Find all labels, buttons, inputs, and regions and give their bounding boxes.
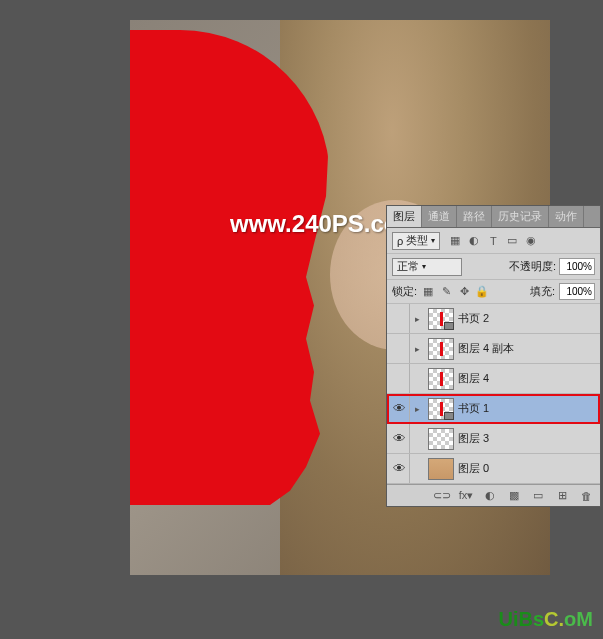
layer-name: 图层 3 (458, 431, 597, 446)
visibility-toggle[interactable]: 👁 (390, 394, 410, 423)
mask-icon[interactable]: ◐ (482, 488, 498, 504)
layer-thumbnail[interactable] (428, 458, 454, 480)
fill-input[interactable] (559, 283, 595, 300)
layer-list: ▸ 书页 2 ▸ 图层 4 副本 图层 4 👁 ▸ (387, 304, 600, 484)
red-mask-shape (130, 30, 330, 505)
filter-smart-icon[interactable]: ◉ (524, 234, 538, 248)
layer-item[interactable]: 👁 图层 3 (387, 424, 600, 454)
chevron-down-icon: ▾ (422, 262, 426, 271)
layer-thumbnail[interactable] (428, 368, 454, 390)
layer-item[interactable]: ▸ 图层 4 副本 (387, 334, 600, 364)
expand-toggle[interactable]: ▸ (410, 404, 424, 414)
lock-all-icon[interactable]: 🔒 (475, 285, 489, 299)
opacity-input[interactable] (559, 258, 595, 275)
layer-item[interactable]: 图层 4 (387, 364, 600, 394)
filter-type-icon[interactable]: T (486, 234, 500, 248)
layer-item[interactable]: 👁 图层 0 (387, 454, 600, 484)
layers-panel: 图层 通道 路径 历史记录 动作 ρ 类型 ▾ ▦ ◐ T ▭ ◉ 正常 (386, 205, 601, 507)
link-layers-icon[interactable]: ⊂⊃ (434, 488, 450, 504)
eye-icon: 👁 (393, 401, 406, 416)
layer-name: 书页 1 (458, 401, 597, 416)
trash-icon[interactable]: 🗑 (578, 488, 594, 504)
layer-name: 图层 4 副本 (458, 341, 597, 356)
layer-thumbnail[interactable] (428, 398, 454, 420)
visibility-toggle[interactable] (390, 364, 410, 393)
filter-pixel-icon[interactable]: ▦ (448, 234, 462, 248)
expand-toggle[interactable]: ▸ (410, 344, 424, 354)
lock-image-icon[interactable]: ✎ (439, 285, 453, 299)
blend-mode-dropdown[interactable]: 正常 ▾ (392, 258, 462, 276)
bottom-watermark: UiBsC.oM (499, 608, 593, 631)
lock-transparent-icon[interactable]: ▦ (421, 285, 435, 299)
layer-thumbnail[interactable] (428, 428, 454, 450)
tab-paths[interactable]: 路径 (457, 206, 492, 227)
filter-adjust-icon[interactable]: ◐ (467, 234, 481, 248)
layer-item[interactable]: ▸ 书页 2 (387, 304, 600, 334)
eye-icon: 👁 (393, 431, 406, 446)
visibility-toggle[interactable]: 👁 (390, 424, 410, 453)
eye-icon: 👁 (393, 461, 406, 476)
panel-footer: ⊂⊃ fx▾ ◐ ▩ ▭ ⊞ 🗑 (387, 484, 600, 506)
lock-position-icon[interactable]: ✥ (457, 285, 471, 299)
blend-row: 正常 ▾ 不透明度: (387, 254, 600, 280)
expand-toggle[interactable]: ▸ (410, 314, 424, 324)
layer-thumbnail[interactable] (428, 308, 454, 330)
canvas-area: www.240PS.com UiBsC.oM 图层 通道 路径 历史记录 动作 … (0, 0, 603, 639)
panel-tabs: 图层 通道 路径 历史记录 动作 (387, 206, 600, 228)
fill-label: 填充: (530, 284, 555, 299)
chevron-down-icon: ▾ (431, 236, 435, 245)
fx-icon[interactable]: fx▾ (458, 488, 474, 504)
layer-thumbnail[interactable] (428, 338, 454, 360)
tab-actions[interactable]: 动作 (549, 206, 584, 227)
tab-layers[interactable]: 图层 (387, 206, 422, 227)
tab-channels[interactable]: 通道 (422, 206, 457, 227)
filter-row: ρ 类型 ▾ ▦ ◐ T ▭ ◉ (387, 228, 600, 254)
visibility-toggle[interactable] (390, 304, 410, 333)
adjustment-icon[interactable]: ▩ (506, 488, 522, 504)
layer-item-selected[interactable]: 👁 ▸ 书页 1 (387, 394, 600, 424)
lock-row: 锁定: ▦ ✎ ✥ 🔒 填充: (387, 280, 600, 304)
group-icon[interactable]: ▭ (530, 488, 546, 504)
filter-kind-dropdown[interactable]: ρ 类型 ▾ (392, 232, 440, 250)
opacity-label: 不透明度: (509, 259, 556, 274)
lock-label: 锁定: (392, 284, 417, 299)
new-layer-icon[interactable]: ⊞ (554, 488, 570, 504)
kind-lens-icon: ρ (397, 235, 403, 247)
filter-shape-icon[interactable]: ▭ (505, 234, 519, 248)
visibility-toggle[interactable]: 👁 (390, 454, 410, 483)
layer-name: 书页 2 (458, 311, 597, 326)
layer-name: 图层 4 (458, 371, 597, 386)
tab-history[interactable]: 历史记录 (492, 206, 549, 227)
visibility-toggle[interactable] (390, 334, 410, 363)
layer-name: 图层 0 (458, 461, 597, 476)
